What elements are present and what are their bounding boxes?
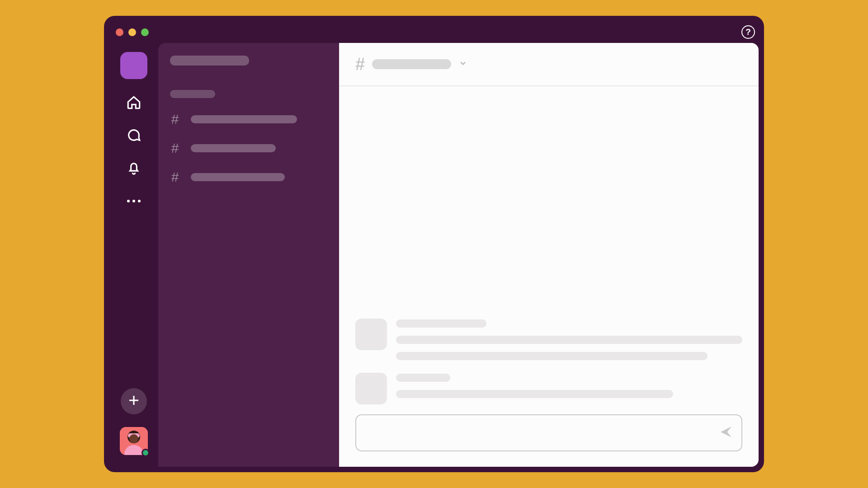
more-nav[interactable] [126,193,142,209]
activity-nav[interactable] [126,160,142,177]
titlebar: ? [109,21,759,43]
hash-icon: # [170,112,180,127]
close-window-button[interactable] [116,28,123,36]
chevron-down-icon [458,59,467,70]
minimize-window-button[interactable] [128,28,136,36]
message-avatar[interactable] [355,319,387,350]
hash-icon: # [170,169,180,185]
channel-name [191,115,297,123]
plus-icon [127,394,141,409]
message-input[interactable] [364,415,719,450]
rail-bottom [120,388,148,467]
message-author [396,319,486,328]
help-icon: ? [745,27,751,37]
message-avatar[interactable] [355,373,387,404]
svg-point-3 [129,434,138,443]
channel-item[interactable]: # [170,169,327,185]
send-button[interactable] [719,425,733,441]
user-menu[interactable] [120,427,148,455]
help-button[interactable]: ? [741,25,755,39]
channel-header[interactable]: # [339,43,759,86]
app-window: ? [104,16,764,472]
window-controls [116,28,149,36]
left-rail [109,43,158,467]
chat-icon [126,127,142,145]
channel-name [191,173,285,181]
presence-indicator [142,449,150,457]
message-body [396,319,742,360]
send-icon [719,425,733,441]
channel-name [191,144,276,152]
channel-item[interactable]: # [170,112,327,127]
hash-icon: # [170,141,180,156]
app-body: # # # # [109,43,759,467]
message-list [339,86,759,404]
main-pane: # [339,43,759,467]
message-text-line [396,390,673,398]
workspace-switcher[interactable] [120,52,147,79]
bell-icon [126,160,142,177]
channel-title [372,59,451,69]
workspace-name[interactable] [170,56,249,66]
hash-icon: # [355,55,365,74]
dms-nav[interactable] [126,128,142,144]
channel-sidebar: # # # [158,43,339,467]
home-icon [126,95,142,112]
message-author [396,374,450,382]
channels-section-label[interactable] [170,90,215,98]
message-composer[interactable] [355,414,742,451]
message [355,373,742,404]
message-body [396,373,742,404]
message-text-line [396,352,708,360]
home-nav[interactable] [126,95,142,112]
message [355,319,742,360]
channel-item[interactable]: # [170,141,327,156]
message-text-line [396,336,742,344]
create-new-button[interactable] [121,388,147,414]
composer-area [339,404,759,467]
maximize-window-button[interactable] [141,28,149,36]
more-icon [127,200,141,202]
